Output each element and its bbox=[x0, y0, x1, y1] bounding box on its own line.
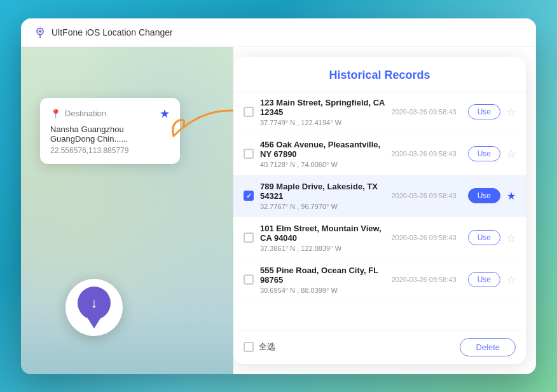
select-all-row: 全选 bbox=[244, 341, 275, 353]
use-button-5[interactable]: Use bbox=[468, 272, 500, 287]
use-button-4[interactable]: Use bbox=[468, 230, 500, 245]
item-info-3: 789 Maple Drive, Lakeside, TX 54321 32.7… bbox=[260, 182, 385, 210]
item-info-1: 123 Main Street, Springfield, CA 12345 3… bbox=[260, 98, 385, 126]
app-title: UltFone iOS Location Changer bbox=[52, 27, 173, 37]
item-info-2: 456 Oak Avenue, Pleasantville, NY 67890 … bbox=[260, 140, 385, 168]
item-time-3: 2020-03-26 09:58:43 bbox=[392, 192, 462, 199]
title-bar: UltFone iOS Location Changer bbox=[21, 18, 536, 47]
item-info-5: 555 Pine Road, Ocean City, FL 98765 30.6… bbox=[260, 266, 385, 294]
checkbox-2[interactable] bbox=[244, 149, 254, 159]
checkbox-3[interactable] bbox=[244, 191, 254, 201]
item-info-4: 101 Elm Street, Mountain View, CA 94040 … bbox=[260, 224, 385, 252]
item-coords-1: 37.7749° N , 122.4194° W bbox=[260, 119, 385, 126]
location-marker: ↓ bbox=[65, 279, 123, 336]
star-icon-4[interactable]: ☆ bbox=[507, 232, 516, 244]
item-coords-2: 40.7128° N , 74.0060° W bbox=[260, 161, 385, 168]
history-header: Historical Records bbox=[233, 57, 526, 91]
use-button-3[interactable]: Use bbox=[468, 188, 500, 203]
history-panel: Historical Records 123 Main Street, Spri… bbox=[233, 57, 526, 364]
destination-header: 📍 Destination ★ bbox=[50, 107, 170, 121]
item-address-2: 456 Oak Avenue, Pleasantville, NY 67890 bbox=[260, 140, 385, 159]
item-address-1: 123 Main Street, Springfield, CA 12345 bbox=[260, 98, 385, 117]
map-area: 📍 Destination ★ Nansha Guangzhou GuangDo… bbox=[21, 47, 233, 374]
history-footer: 全选 Delete bbox=[233, 330, 526, 364]
destination-label-row: 📍 Destination bbox=[50, 109, 106, 119]
checkbox-5[interactable] bbox=[244, 274, 254, 285]
map-overlay bbox=[21, 47, 233, 374]
checkbox-1[interactable] bbox=[244, 107, 254, 117]
pin-shape: ↓ bbox=[78, 287, 111, 328]
item-time-2: 2020-03-26 09:58:43 bbox=[392, 150, 462, 158]
star-icon-1[interactable]: ☆ bbox=[507, 106, 516, 118]
delete-button[interactable]: Delete bbox=[460, 338, 516, 356]
history-list: 123 Main Street, Springfield, CA 12345 3… bbox=[233, 91, 526, 330]
destination-label: Destination bbox=[65, 109, 106, 118]
use-button-2[interactable]: Use bbox=[468, 146, 500, 161]
star-icon-3[interactable]: ★ bbox=[507, 190, 516, 202]
pin-circle-icon: ↓ bbox=[78, 287, 111, 320]
app-icon bbox=[34, 26, 46, 39]
star-icon-2[interactable]: ☆ bbox=[507, 148, 516, 160]
destination-coords: 22.556576,113.885779 bbox=[50, 146, 170, 155]
item-time-5: 2020-03-26 09:58:43 bbox=[392, 276, 462, 283]
star-icon-5[interactable]: ☆ bbox=[507, 274, 516, 286]
history-item-5: 555 Pine Road, Ocean City, FL 98765 30.6… bbox=[233, 259, 526, 301]
checkbox-4[interactable] bbox=[244, 233, 254, 243]
main-content: 📍 Destination ★ Nansha Guangzhou GuangDo… bbox=[21, 47, 536, 374]
item-coords-5: 30.6954° N , 88.0399° W bbox=[260, 287, 385, 294]
item-coords-4: 37.3861° N , 122.0839° W bbox=[260, 245, 385, 252]
select-all-checkbox[interactable] bbox=[244, 342, 254, 352]
history-title: Historical Records bbox=[329, 69, 430, 81]
item-time-1: 2020-03-26 09:58:43 bbox=[392, 108, 462, 116]
item-time-4: 2020-03-26 09:58:43 bbox=[392, 234, 462, 241]
item-address-3: 789 Maple Drive, Lakeside, TX 54321 bbox=[260, 182, 385, 201]
history-item-2: 456 Oak Avenue, Pleasantville, NY 67890 … bbox=[233, 133, 526, 175]
destination-card: 📍 Destination ★ Nansha Guangzhou GuangDo… bbox=[40, 98, 180, 164]
item-address-5: 555 Pine Road, Ocean City, FL 98765 bbox=[260, 266, 385, 285]
history-item-4: 101 Elm Street, Mountain View, CA 94040 … bbox=[233, 217, 526, 259]
destination-place: Nansha Guangzhou GuangDong Chin...... bbox=[50, 125, 170, 144]
select-all-label: 全选 bbox=[259, 341, 275, 353]
destination-star-icon[interactable]: ★ bbox=[160, 107, 170, 121]
use-button-1[interactable]: Use bbox=[468, 104, 500, 119]
pin-icon: 📍 bbox=[50, 109, 61, 119]
app-window: UltFone iOS Location Changer 📍 Destinati… bbox=[21, 18, 536, 374]
history-item-1: 123 Main Street, Springfield, CA 12345 3… bbox=[233, 91, 526, 133]
svg-point-1 bbox=[39, 30, 41, 32]
pin-triangle bbox=[88, 318, 100, 328]
item-coords-3: 32.7767° N , 96.7970° W bbox=[260, 203, 385, 210]
item-address-4: 101 Elm Street, Mountain View, CA 94040 bbox=[260, 224, 385, 243]
history-item-3: 789 Maple Drive, Lakeside, TX 54321 32.7… bbox=[233, 175, 526, 217]
